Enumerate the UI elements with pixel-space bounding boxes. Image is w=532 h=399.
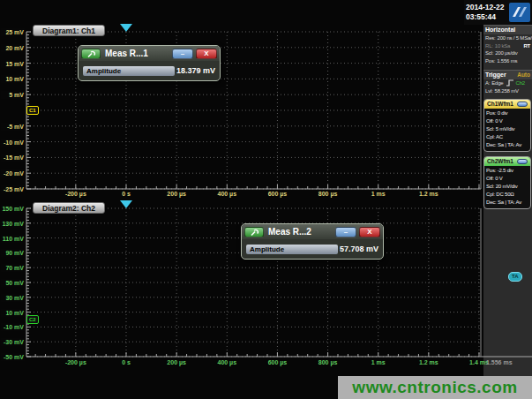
panel-setting-row: Scl: 20 mV/div <box>486 183 528 191</box>
y-axis-label: 5 mV <box>1 91 25 99</box>
panel-setting-row: Cpl: AC <box>486 133 528 141</box>
horizontal-section: Horizontal Res: 200 ns / 5 MSa/s RL: 10 … <box>483 25 532 64</box>
resolution-row: Res: 200 ns / 5 MSa/s <box>483 34 532 42</box>
date-display: 2014-12-22 <box>466 3 504 12</box>
x-axis-label: 0 s <box>109 358 144 366</box>
channel-2-marker[interactable]: C2 <box>26 315 39 324</box>
time-display: 03:55:44 <box>466 12 504 22</box>
x-axis-label: 400 µs <box>209 358 244 366</box>
trigger-a-row: A: Edge Ch2 <box>483 79 532 87</box>
wrench-icon <box>250 227 259 237</box>
ch2-waveform-panel[interactable]: Ch2Wfm1 Pos: -2.5 divOff: 0 VScl: 20 mV/… <box>483 156 531 209</box>
minimize-button[interactable]: – <box>172 49 193 59</box>
minimize-icon[interactable] <box>517 102 528 107</box>
panel-setting-row: Off: 0 V <box>486 175 528 183</box>
y-axis-label: -20 mV <box>1 169 25 177</box>
oscilloscope-screen: 25 mV20 mV15 mV10 mV5 mV-5 mV-10 mV-15 m… <box>0 0 532 399</box>
x-axis-label: 0 s <box>109 190 144 198</box>
tab-diagram1[interactable]: Diagram1: Ch1 <box>33 25 105 36</box>
trigger-position-marker-diagram1[interactable] <box>120 24 132 32</box>
position-row: Pos: 1.556 ms <box>483 57 532 65</box>
y-axis-label: -15 mV <box>1 154 25 162</box>
trigger-section: Trigger Auto A: Edge Ch2 Lvl: 58.258 mV <box>483 70 532 94</box>
x-axis-label: -200 µs <box>58 190 94 198</box>
ch2-panel-body: Pos: -2.5 divOff: 0 VScl: 20 mV/divCpl: … <box>484 166 530 208</box>
y-axis-label: -10 mV <box>1 323 25 331</box>
measurement-value: 57.708 mV <box>340 245 378 253</box>
x-axis-label: 800 µs <box>311 190 346 198</box>
tab-diagram2[interactable]: Diagram2: Ch2 <box>33 202 105 214</box>
y-axis-label: 10 mV <box>1 309 25 317</box>
y-axis-label: -10 mV <box>1 139 25 147</box>
panel-setting-row: Pos: 0 div <box>486 109 528 117</box>
y-axis-label: 70 mV <box>1 264 25 272</box>
edge-slope-icon <box>506 79 514 87</box>
dialog-title: Meas R...1 <box>103 49 169 58</box>
y-axis-label: 30 mV <box>1 294 25 302</box>
channel-1-marker[interactable]: C1 <box>26 106 39 115</box>
realtime-badge: RT <box>523 42 530 50</box>
ch1-panel-header[interactable]: Ch1Wfm1 <box>484 100 530 109</box>
ch1-waveform-panel[interactable]: Ch1Wfm1 Pos: 0 divOff: 0 VScl: 5 mV/divC… <box>483 99 531 152</box>
trigger-source: Ch2 <box>516 79 525 87</box>
ch2-panel-header[interactable]: Ch2Wfm1 <box>484 157 530 166</box>
close-button[interactable]: X <box>196 49 217 59</box>
panel-setting-row: Dec: Sa | TA: Av <box>486 141 528 149</box>
panel-setting-row: Off: 0 V <box>486 117 528 125</box>
watermark-strip: www.cntronics.com <box>338 376 532 399</box>
rohde-schwarz-logo <box>509 3 530 22</box>
x-axis-label: 1 ms <box>361 358 396 366</box>
measurement-parameter: Amplitude <box>246 245 338 254</box>
y-axis-label: -5 mV <box>1 123 25 131</box>
minimize-button[interactable]: – <box>335 227 356 237</box>
ch2-panel-title: Ch2Wfm1 <box>487 157 513 166</box>
x-axis-label: 800 µs <box>311 358 346 366</box>
ch1-panel-body: Pos: 0 divOff: 0 VScl: 5 mV/divCpl: ACDe… <box>484 109 530 151</box>
y-axis-label: 150 mV <box>1 205 25 213</box>
y-axis-label: 50 mV <box>1 279 25 287</box>
measurement-dialog-2: Meas R...2 – X Amplitude 57.708 mV <box>241 223 384 260</box>
y-axis-label: 20 mV <box>1 44 25 52</box>
watermark-text: www.cntronics.com <box>352 378 517 397</box>
y-axis-label: -30 mV <box>1 338 25 346</box>
dialog-title-bar[interactable]: Meas R...1 – X <box>79 46 220 61</box>
wrench-icon <box>86 49 96 58</box>
y-axis-label: 25 mV <box>1 28 25 36</box>
x-axis-label: 200 µs <box>159 190 194 198</box>
panel-setting-row: Scl: 5 mV/div <box>486 125 528 133</box>
close-button[interactable]: X <box>359 227 380 237</box>
dialog-title-bar[interactable]: Meas R...2 – X <box>242 224 383 239</box>
y-axis-label: 90 mV <box>1 249 25 257</box>
y-axis-label: 110 mV <box>1 235 25 243</box>
x-axis-label: 1 ms <box>361 190 396 198</box>
measurement-dialog-1: Meas R...1 – X Amplitude 18.379 mV <box>78 45 221 81</box>
trigger-level-row: Lvl: 58.258 mV <box>483 87 532 95</box>
panel-setting-row: Pos: -2.5 div <box>486 167 528 175</box>
ch1-panel-title: Ch1Wfm1 <box>487 100 513 109</box>
record-length-row: RL: 10 kSa RT <box>483 42 532 50</box>
panel-setting-row: Dec: Sa | TA: Av <box>486 199 528 207</box>
scale-row: Scl: 200 µs/div <box>483 49 532 57</box>
measurement-settings-button[interactable] <box>81 49 101 59</box>
x-axis-label: 600 µs <box>259 358 295 366</box>
measurement-parameter: Amplitude <box>83 66 175 76</box>
dialog-body: Amplitude 57.708 mV <box>242 239 383 259</box>
ch2-trace <box>26 277 532 320</box>
y-axis-label: 10 mV <box>1 75 25 83</box>
ch1-trace <box>26 100 480 166</box>
trigger-mode: Auto <box>517 72 530 79</box>
trigger-section-title: Trigger <box>485 72 506 79</box>
x-axis-label: 400 µs <box>209 190 244 198</box>
dialog-title: Meas R...2 <box>266 227 333 237</box>
horizontal-section-title: Horizontal <box>485 26 515 34</box>
dialog-body: Amplitude 18.379 mV <box>79 61 220 80</box>
measurement-settings-button[interactable] <box>244 227 264 237</box>
y-axis-label: -25 mV <box>1 185 25 193</box>
y-axis-label: 15 mV <box>1 60 25 68</box>
trigger-position-marker-diagram2[interactable] <box>120 200 132 208</box>
minimize-icon[interactable] <box>517 159 528 164</box>
measurement-value: 18.379 mV <box>176 66 215 75</box>
datetime-box: 2014-12-22 03:55:44 <box>464 0 532 25</box>
x-axis-label: 600 µs <box>259 190 295 198</box>
x-axis-label: 1.2 ms <box>411 358 446 366</box>
